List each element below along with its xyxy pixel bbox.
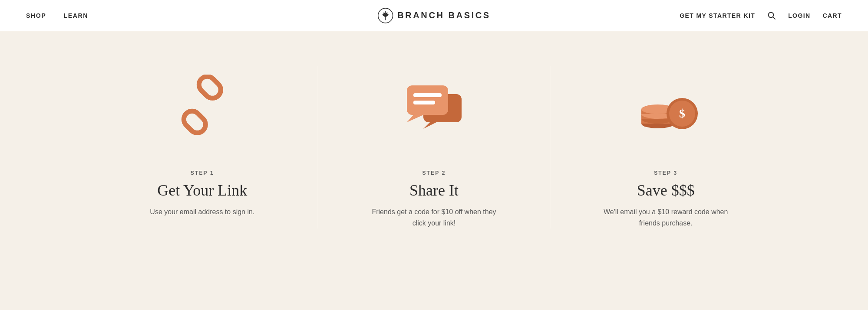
step-1-title: Get Your Link	[157, 181, 247, 199]
step-1-desc: Use your email address to sign in.	[150, 206, 254, 218]
svg-rect-9	[413, 101, 435, 104]
nav-login[interactable]: LOGIN	[788, 12, 810, 19]
step-2-title: Share It	[409, 181, 459, 199]
step-2-icon	[395, 66, 473, 144]
nav-left: SHOP LEARN	[26, 12, 88, 19]
main-content: STEP 1 Get Your Link Use your email addr…	[0, 31, 868, 310]
nav-starter-kit[interactable]: GET MY STARTER KIT	[680, 12, 755, 19]
svg-marker-7	[407, 115, 423, 122]
step-3-label: STEP 3	[654, 170, 677, 176]
step-3-title: Save $$$	[637, 181, 695, 199]
svg-rect-3	[180, 108, 209, 135]
step-3-card: $ STEP 3 Save $$$ We'll email you a $10 …	[550, 66, 782, 228]
step-2-label: STEP 2	[422, 170, 446, 176]
svg-rect-8	[413, 93, 442, 97]
brand-icon	[377, 8, 393, 23]
brand-center: BRANCH BASICS	[377, 8, 491, 23]
brand-name-text: BRANCH BASICS	[397, 10, 491, 20]
step-1-label: STEP 1	[191, 170, 214, 176]
nav-shop[interactable]: SHOP	[26, 12, 46, 19]
svg-rect-2	[195, 75, 224, 101]
nav-learn[interactable]: LEARN	[63, 12, 88, 19]
search-icon[interactable]	[767, 11, 776, 20]
svg-text:$: $	[679, 107, 685, 120]
step-2-card: STEP 2 Share It Friends get a code for $…	[318, 66, 550, 228]
step-1-card: STEP 1 Get Your Link Use your email addr…	[87, 66, 318, 218]
svg-rect-6	[407, 85, 448, 115]
step-1-icon	[163, 66, 241, 144]
nav-cart[interactable]: CART	[823, 12, 842, 19]
svg-marker-5	[423, 122, 436, 129]
step-3-icon: $	[627, 66, 705, 144]
brand-logo[interactable]: BRANCH BASICS	[377, 8, 491, 23]
nav-right: GET MY STARTER KIT LOGIN CART	[680, 11, 842, 20]
step-2-desc: Friends get a code for $10 off when they…	[365, 206, 504, 228]
site-header: SHOP LEARN BRANCH BASICS GET MY STARTER …	[0, 0, 868, 31]
steps-container: STEP 1 Get Your Link Use your email addr…	[87, 66, 782, 228]
step-3-desc: We'll email you a $10 reward code when f…	[596, 206, 735, 228]
